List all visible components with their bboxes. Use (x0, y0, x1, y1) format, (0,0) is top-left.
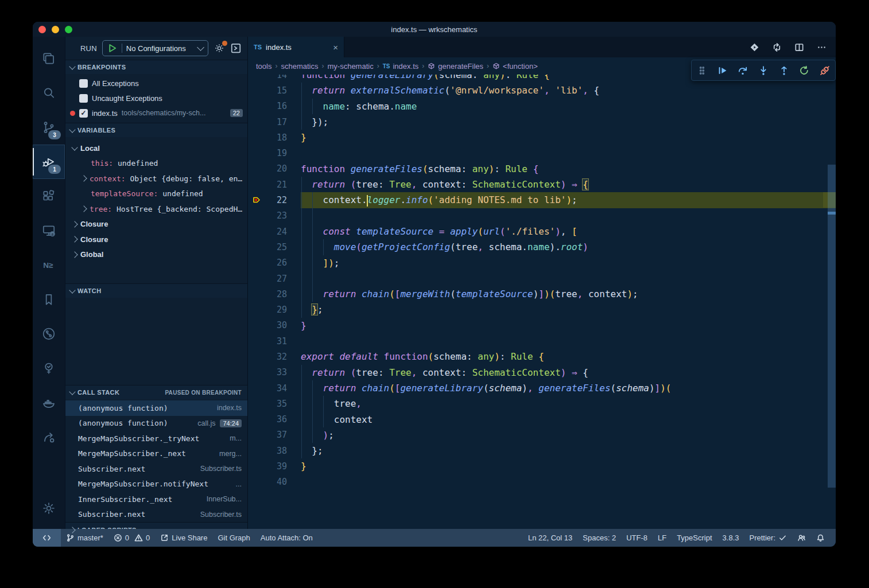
restart-button[interactable] (795, 62, 813, 79)
breakpoint-row[interactable]: Uncaught Exceptions (65, 91, 247, 106)
code-line-40[interactable]: 40 (248, 474, 836, 490)
code-line-25[interactable]: 25 move(getProjectConfig(tree, schema.na… (248, 239, 836, 255)
variable-row[interactable]: templateSource: undefined (65, 186, 247, 202)
code-line-23[interactable]: 23 (248, 208, 836, 224)
code-line-15[interactable]: 15 return externalSchematic('@nrwl/works… (248, 83, 836, 98)
status-indentation[interactable]: Spaces: 2 (577, 529, 621, 547)
gutter[interactable]: 17 (248, 114, 301, 130)
status-live-share[interactable]: Live Share (155, 529, 212, 547)
gutter[interactable]: 16 (248, 99, 301, 114)
gutter[interactable]: 26 (248, 255, 301, 271)
code-line-35[interactable]: 35 tree, (248, 396, 836, 411)
more-actions-icon[interactable] (817, 42, 827, 52)
gutter[interactable]: 31 (248, 333, 301, 349)
gutter[interactable]: 33 (248, 365, 301, 380)
gutter[interactable]: 24 (248, 224, 301, 239)
debug-settings-gear-icon[interactable] (214, 42, 225, 54)
gutter[interactable]: 28 (248, 286, 301, 302)
code-line-33[interactable]: 33 return (tree: Tree, context: Schemati… (248, 365, 836, 380)
code-line-36[interactable]: 36 context (248, 412, 836, 427)
code-line-32[interactable]: 32export default function(schema: any): … (248, 349, 836, 364)
section-watch[interactable]: WATCH (65, 283, 247, 298)
status-remote-indicator[interactable] (33, 529, 61, 547)
call-stack-frame[interactable]: MergeMapSubscriber.notifyNext... (65, 477, 247, 492)
activity-item-search[interactable] (33, 76, 65, 110)
continue-button[interactable] (713, 62, 732, 79)
code-line-29[interactable]: 29 }; (248, 302, 836, 317)
gutter[interactable]: 19 (248, 145, 301, 161)
activity-item-nx-console[interactable]: N≥ (33, 248, 65, 282)
checkbox[interactable]: ✓ (79, 109, 88, 118)
split-editor-icon[interactable] (794, 42, 804, 52)
launch-config-picker[interactable]: No Configurations (102, 40, 208, 56)
variables-scope-global[interactable]: Global (65, 247, 247, 263)
disconnect-button[interactable] (816, 62, 834, 79)
status-language-mode[interactable]: TypeScript (672, 529, 717, 547)
checkbox[interactable] (79, 94, 88, 103)
gutter[interactable]: 40 (248, 474, 301, 490)
code-line-21[interactable]: 21 return (tree: Tree, context: Schemati… (248, 177, 836, 192)
code-line-26[interactable]: 26 ]); (248, 255, 836, 271)
status-auto-attach[interactable]: Auto Attach: On (255, 529, 318, 547)
activity-item-source-control[interactable]: 3 (33, 110, 65, 145)
code-line-31[interactable]: 31 (248, 333, 836, 349)
breadcrumb-item[interactable]: generateFiles (428, 62, 483, 71)
status-prettier[interactable]: Prettier: (744, 529, 792, 547)
step-out-button[interactable] (775, 62, 793, 79)
gutter[interactable]: 36 (248, 412, 301, 427)
call-stack-frame[interactable]: Subscriber.nextSubscriber.ts (65, 461, 247, 477)
code-line-30[interactable]: 30} (248, 318, 836, 333)
code-line-19[interactable]: 19 (248, 145, 836, 161)
step-over-button[interactable] (734, 62, 752, 79)
status-eol[interactable]: LF (653, 529, 672, 547)
status-feedback[interactable] (792, 529, 811, 547)
code-line-27[interactable]: 27 (248, 271, 836, 286)
tab-index-ts[interactable]: TS index.ts × (248, 37, 344, 57)
activity-item-extensions[interactable] (33, 179, 65, 213)
status-git-graph[interactable]: Git Graph (212, 529, 255, 547)
code-line-38[interactable]: 38 }; (248, 443, 836, 458)
gutter[interactable]: 20 (248, 161, 301, 177)
activity-item-run-and-debug[interactable]: 1 (33, 145, 65, 179)
status-encoding[interactable]: UTF-8 (621, 529, 653, 547)
gutter[interactable]: 32 (248, 349, 301, 364)
close-tab-icon[interactable]: × (333, 42, 338, 52)
code-line-28[interactable]: 28 return chain([mergeWith(templateSourc… (248, 286, 836, 302)
gutter[interactable]: 27 (248, 271, 301, 286)
activity-item-testing[interactable] (33, 351, 65, 385)
variables-scope-closure[interactable]: Closure (65, 232, 247, 247)
variable-row[interactable]: tree: HostTree {_backend: ScopedH… (65, 201, 247, 217)
status-notifications[interactable] (811, 529, 830, 547)
code-line-18[interactable]: 18} (248, 130, 836, 145)
code-line-22[interactable]: 22 context.logger.info('adding NOTES.md … (248, 192, 836, 208)
breadcrumb-item[interactable]: TSindex.ts (383, 62, 419, 71)
section-call-stack[interactable]: CALL STACK PAUSED ON BREAKPOINT (65, 385, 247, 399)
drag-grip-button[interactable] (693, 62, 711, 79)
code-line-34[interactable]: 34 return chain([generateLibrary(schema)… (248, 380, 836, 396)
variables-scope-closure[interactable]: Closure (65, 217, 247, 232)
variable-row[interactable]: this: undefined (65, 156, 247, 172)
gutter[interactable]: 30 (248, 318, 301, 333)
variable-row[interactable]: context: Object {debug: false, en… (65, 171, 247, 186)
variables-scope-local[interactable]: Local (65, 141, 247, 156)
breadcrumb-item[interactable]: schematics (281, 62, 318, 71)
gutter[interactable]: 29 (248, 302, 301, 317)
code-line-37[interactable]: 37 ); (248, 427, 836, 443)
call-stack-frame[interactable]: MergeMapSubscriber._tryNextm... (65, 431, 247, 446)
gutter[interactable]: 39 (248, 458, 301, 474)
breadcrumb-item[interactable]: <function> (492, 62, 538, 71)
call-stack-frame[interactable]: (anonymous function)call.js74:24 (65, 416, 247, 431)
gutter[interactable]: 34 (248, 380, 301, 396)
gutter[interactable]: 38 (248, 443, 301, 458)
activity-item-remote-explorer[interactable] (33, 213, 65, 248)
breakpoint-row[interactable]: All Exceptions (65, 76, 247, 91)
scrollbar-thumb[interactable] (828, 165, 836, 488)
compare-changes-icon[interactable] (772, 42, 782, 52)
activity-item-explorer[interactable] (33, 41, 65, 76)
code-line-39[interactable]: 39} (248, 458, 836, 474)
gutter[interactable]: 15 (248, 83, 301, 98)
gutter[interactable]: 23 (248, 208, 301, 224)
call-stack-frame[interactable]: (anonymous function)index.ts (65, 400, 247, 416)
gutter[interactable]: 35 (248, 396, 301, 411)
activity-item-bookmarks[interactable] (33, 282, 65, 317)
